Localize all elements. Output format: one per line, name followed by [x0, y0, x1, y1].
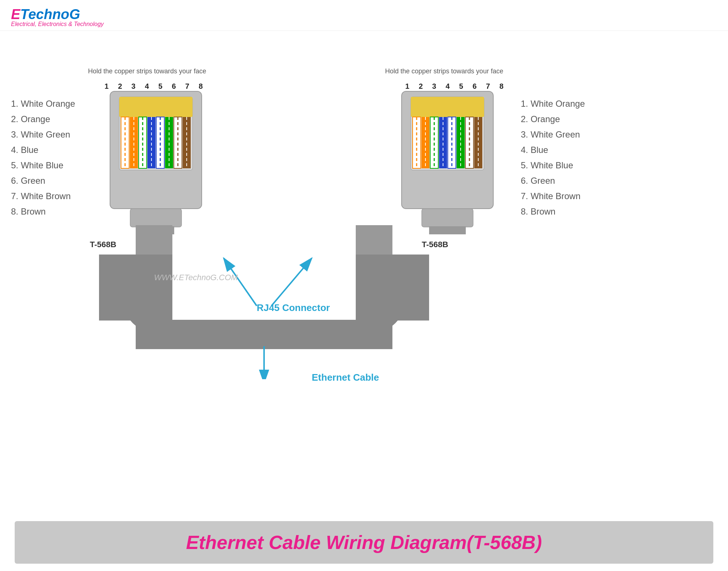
wire-label-3-left: 3. White Green — [11, 129, 75, 140]
instruction-right: Hold the copper strips towards your face — [385, 67, 503, 75]
page-wrapper: ETechnoG Electrical, Electronics & Techn… — [0, 0, 728, 571]
logo-technog: TechnoG — [20, 7, 80, 22]
header: ETechnoG Electrical, Electronics & Techn… — [0, 0, 728, 31]
svg-rect-40 — [422, 209, 473, 227]
logo-e: E — [11, 7, 20, 22]
label-t568b-right: T-568B — [422, 240, 448, 249]
wire-label-1-right: 1. White Orange — [521, 99, 585, 109]
wire-label-2-right: 2. Orange — [521, 114, 585, 124]
wire-labels-left: 1. White Orange 2. Orange 3. White Green… — [11, 99, 75, 217]
svg-rect-2 — [119, 97, 193, 117]
wire-label-3-right: 3. White Green — [521, 129, 585, 140]
wire-label-8-right: 8. Brown — [521, 206, 585, 217]
svg-rect-43 — [356, 225, 392, 255]
wire-label-2-left: 2. Orange — [11, 114, 75, 124]
wire-label-4-right: 4. Blue — [521, 145, 585, 155]
connector-right — [391, 88, 504, 234]
footer-title: Ethernet Cable Wiring Diagram(T-568B) — [15, 531, 713, 553]
ethernet-cable-label: Ethernet Cable — [312, 372, 379, 383]
wire-label-7-right: 7. White Brown — [521, 191, 585, 201]
wire-labels-right: 1. White Orange 2. Orange 3. White Green… — [521, 99, 585, 217]
svg-rect-45 — [356, 255, 429, 291]
svg-rect-19 — [130, 209, 182, 227]
wire-label-5-right: 5. White Blue — [521, 160, 585, 171]
svg-rect-42 — [136, 225, 172, 255]
instruction-left: Hold the copper strips towards your face — [88, 67, 206, 75]
wire-label-1-left: 1. White Orange — [11, 99, 75, 109]
svg-rect-41 — [429, 226, 466, 234]
wire-label-7-left: 7. White Brown — [11, 191, 75, 201]
label-t568b-left: T-568B — [90, 240, 116, 249]
connector-left — [99, 88, 213, 234]
main-diagram-area: Hold the copper strips towards your face… — [0, 31, 728, 514]
wire-label-6-left: 6. Green — [11, 176, 75, 186]
logo-tagline: Electrical, Electronics & Technology — [11, 21, 717, 28]
rj45-connector-label: RJ45 Connector — [257, 302, 330, 314]
footer-banner: Ethernet Cable Wiring Diagram(T-568B) — [15, 521, 713, 564]
wire-label-4-left: 4. Blue — [11, 145, 75, 155]
svg-rect-48 — [136, 320, 392, 349]
svg-line-50 — [271, 258, 312, 306]
wire-label-6-right: 6. Green — [521, 176, 585, 186]
watermark: WWW.ETechnoG.COM — [154, 273, 238, 282]
svg-rect-23 — [411, 97, 484, 117]
logo: ETechnoG Electrical, Electronics & Techn… — [11, 7, 717, 28]
wire-label-5-left: 5. White Blue — [11, 160, 75, 171]
wire-label-8-left: 8. Brown — [11, 206, 75, 217]
